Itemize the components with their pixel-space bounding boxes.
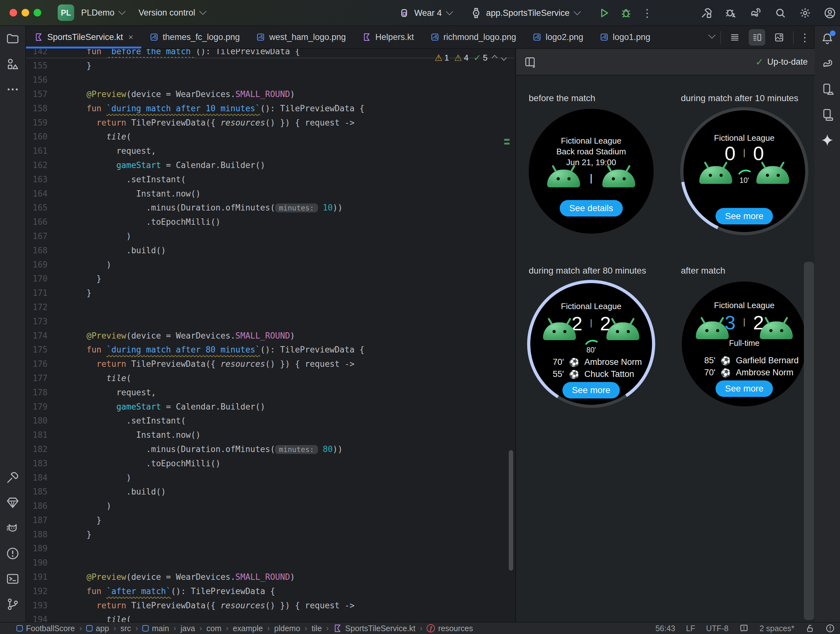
- project-tool-icon[interactable]: [6, 32, 20, 46]
- design-view-toggle[interactable]: [771, 29, 787, 46]
- tab-Helpers.kt[interactable]: Helpers.kt: [354, 26, 422, 48]
- tab-SportsTileService.kt[interactable]: SportsTileService.kt×: [26, 26, 141, 48]
- build-button[interactable]: [700, 7, 712, 19]
- settings-gear-icon[interactable]: [799, 7, 812, 19]
- code-line[interactable]: 159 return TilePreviewData({ resources()…: [26, 115, 514, 130]
- search-icon[interactable]: [774, 7, 787, 19]
- code-line[interactable]: 183 .toEpochMilli(): [26, 456, 514, 470]
- tab-logo2.png[interactable]: logo2.png: [524, 26, 592, 48]
- vcs-menu[interactable]: Version control: [139, 8, 205, 18]
- tab-richmond_logo.png[interactable]: richmond_logo.png: [422, 26, 524, 48]
- terminal-icon[interactable]: [6, 572, 20, 586]
- code-line[interactable]: 193 return TilePreviewData({ resources()…: [26, 598, 514, 612]
- zoom-window-button[interactable]: [33, 9, 41, 16]
- git-branch-icon[interactable]: [6, 597, 20, 611]
- indent-setting[interactable]: 2 spaces*: [759, 624, 794, 633]
- editor-scrollbar[interactable]: [509, 450, 513, 571]
- code-line[interactable]: 166 .toEpochMilli(): [26, 215, 514, 229]
- code-line[interactable]: 179 gameStart = Calendar.Builder(): [26, 399, 514, 414]
- split-view-toggle[interactable]: [749, 29, 765, 46]
- problems-icon[interactable]: [6, 547, 20, 560]
- breadcrumb-item[interactable]: com: [206, 624, 221, 633]
- notifications-bell-icon[interactable]: [820, 32, 834, 46]
- code-line[interactable]: 165 .minus(Duration.ofMinutes(minutes: 1…: [26, 201, 514, 215]
- code-line[interactable]: 170 }: [26, 272, 514, 286]
- code-line[interactable]: 162 gameStart = Calendar.Builder(): [26, 158, 514, 172]
- code-line[interactable]: 189: [26, 541, 514, 556]
- preview-scrollbar[interactable]: [804, 262, 814, 620]
- device-manager-icon[interactable]: [820, 82, 834, 96]
- run-button[interactable]: [597, 7, 610, 19]
- breadcrumb-item[interactable]: main: [142, 624, 169, 633]
- tab-logo1.png[interactable]: logo1.png: [592, 26, 659, 48]
- code-line[interactable]: 157@Preview(device = WearDevices.SMALL_R…: [26, 87, 514, 101]
- minimize-window-button[interactable]: [22, 9, 29, 16]
- more-tool-windows-icon[interactable]: [6, 82, 20, 96]
- watch-preview-before-match[interactable]: Fictional League Back road Stadium Jun 2…: [529, 109, 654, 234]
- code-line[interactable]: 192fun `after match`(): TilePreviewData …: [26, 584, 514, 598]
- preview-layout-button[interactable]: [524, 55, 536, 68]
- code-line[interactable]: 169 ): [26, 258, 514, 272]
- project-menu[interactable]: PLDemo: [81, 8, 125, 18]
- inspections-widget[interactable]: ⚠ 1 ⚠ 4 ✓ 5: [434, 53, 506, 63]
- tab-themes_fc_logo.png[interactable]: themes_fc_logo.png: [141, 26, 248, 48]
- unlocked-icon[interactable]: [805, 623, 815, 633]
- code-line[interactable]: 171}: [26, 286, 514, 300]
- gradle-tool-icon[interactable]: [820, 57, 834, 71]
- line-separator[interactable]: LF: [686, 624, 695, 633]
- running-devices-icon[interactable]: [820, 108, 834, 122]
- code-line[interactable]: 168 .build(): [26, 243, 514, 258]
- code-editor[interactable]: 142fun `before the match`(): TilePreview…: [26, 49, 514, 622]
- todo-square-icon[interactable]: [739, 623, 749, 633]
- code-view-toggle[interactable]: [726, 29, 743, 46]
- breadcrumb-item[interactable]: fresources: [427, 624, 473, 633]
- code-line[interactable]: 163 .setInstant(: [26, 172, 514, 187]
- code-line[interactable]: 190: [26, 556, 514, 570]
- code-line[interactable]: 181 Instant.now(): [26, 428, 514, 442]
- app-quality-insights-icon[interactable]: [6, 496, 20, 510]
- breadcrumb-item[interactable]: FootballScore: [16, 624, 75, 633]
- code-line[interactable]: 160 tile(: [26, 130, 514, 144]
- code-line[interactable]: 178 request,: [26, 385, 514, 399]
- code-line[interactable]: 161 request,: [26, 144, 514, 158]
- code-line[interactable]: 175fun `during match after 80 minutes`()…: [26, 343, 514, 357]
- breadcrumb-item[interactable]: pldemo: [274, 624, 300, 633]
- tab-list-chevron[interactable]: [709, 32, 716, 39]
- close-window-button[interactable]: [9, 9, 17, 16]
- gemini-icon[interactable]: [820, 133, 834, 147]
- weak-warning-count[interactable]: ⚠ 1: [434, 53, 449, 63]
- editor-options-kebab[interactable]: ⋮: [799, 32, 810, 43]
- more-actions-button[interactable]: ⋮: [642, 8, 653, 18]
- debug-button[interactable]: [620, 7, 632, 19]
- code-line[interactable]: 182 .minus(Duration.ofMinutes(minutes: 8…: [26, 442, 514, 457]
- watch-preview-80-minutes[interactable]: Fictional League 2 | 2 80' 70' ⚽ Ambrose…: [527, 280, 655, 408]
- code-line[interactable]: 188}: [26, 527, 514, 541]
- code-lines[interactable]: 155}156157@Preview(device = WearDevices.…: [26, 58, 514, 622]
- code-line[interactable]: 174@Preview(device = WearDevices.SMALL_R…: [26, 329, 514, 343]
- breadcrumb-item[interactable]: src: [120, 624, 131, 633]
- code-line[interactable]: 164 Instant.now(): [26, 187, 514, 201]
- caret-position[interactable]: 56:43: [655, 624, 676, 633]
- code-line[interactable]: 158fun `during match after 10 minutes`()…: [26, 101, 514, 115]
- watch-preview-after-match[interactable]: Fictional League 3 | 2 Full-time 85' ⚽ G…: [682, 281, 807, 406]
- logcat-icon[interactable]: [6, 521, 20, 535]
- profile-avatar-icon[interactable]: [824, 7, 836, 19]
- code-line[interactable]: 172: [26, 300, 514, 315]
- tab-west_ham_logo.png[interactable]: west_ham_logo.png: [248, 26, 354, 48]
- close-tab-icon[interactable]: ×: [128, 32, 133, 42]
- code-line[interactable]: 186 ): [26, 499, 514, 513]
- code-line[interactable]: 176 return TilePreviewData({ resources()…: [26, 357, 514, 371]
- gradle-sync-button[interactable]: [749, 7, 762, 19]
- device-selector[interactable]: Wear 4: [398, 7, 452, 19]
- breadcrumb-item[interactable]: tile: [312, 624, 322, 633]
- breadcrumb-item[interactable]: java: [180, 624, 195, 633]
- code-line[interactable]: 191@Preview(device = WearDevices.SMALL_R…: [26, 570, 514, 584]
- file-encoding[interactable]: UTF-8: [706, 624, 728, 633]
- resource-manager-icon[interactable]: [6, 57, 20, 71]
- code-line[interactable]: 180 .setInstant(: [26, 414, 514, 428]
- watch-preview-10-minutes[interactable]: Fictional League 0 | 0 10' See more: [680, 107, 808, 235]
- code-line[interactable]: 156: [26, 73, 514, 87]
- code-line[interactable]: 187 }: [26, 513, 514, 528]
- code-line[interactable]: 194 tile(: [26, 612, 514, 622]
- code-line[interactable]: 173: [26, 314, 514, 329]
